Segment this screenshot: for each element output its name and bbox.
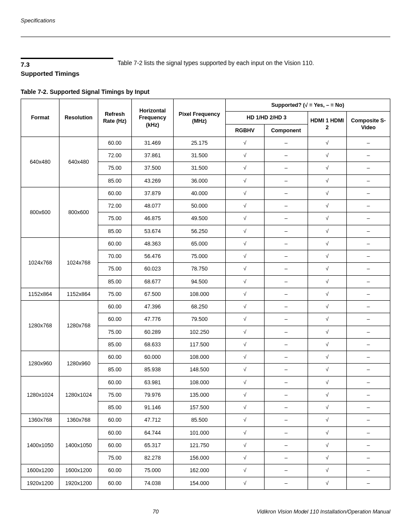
cell-composite: – [347,326,390,338]
cell-rgbhv: √ [225,137,264,149]
cell-composite: – [347,263,390,275]
cell-rgbhv: √ [225,414,264,426]
cell-refresh: 60.00 [98,137,132,149]
cell-rgbhv: √ [225,200,264,212]
cell-rgbhv: √ [225,326,264,338]
cell-rgbhv: √ [225,313,264,326]
cell-component: – [264,414,308,426]
cell-component: – [264,338,308,351]
cell-hfreq: 37.861 [132,149,174,162]
cell-hdmi: √ [308,137,346,149]
cell-hdmi: √ [308,477,346,489]
cell-composite: – [347,426,390,439]
table-row: 1360x7681360x76860.0047.71285.500√–√– [21,414,390,426]
cell-rgbhv: √ [225,301,264,313]
cell-hdmi: √ [308,212,346,225]
cell-component: – [264,439,308,451]
cell-hdmi: √ [308,225,346,237]
table-body: 640x480640x48060.0031.46925.175√–√–72.00… [21,137,390,489]
cell-hdmi: √ [308,464,346,477]
cell-composite: – [347,162,390,174]
cell-refresh: 60.00 [98,187,132,199]
cell-pfreq: 101.000 [173,426,225,439]
cell-rgbhv: √ [225,237,264,250]
cell-pfreq: 40.000 [173,187,225,199]
cell-hdmi: √ [308,174,346,187]
cell-pfreq: 36.000 [173,174,225,187]
cell-rgbhv: √ [225,288,264,300]
cell-rgbhv: √ [225,187,264,199]
cell-format: 1400x1050 [21,426,59,464]
cell-pfreq: 117.500 [173,338,225,351]
cell-refresh: 60.00 [98,464,132,477]
cell-resolution: 1360x768 [59,414,98,426]
cell-resolution: 800x600 [59,187,98,237]
cell-component: – [264,225,308,237]
cell-hfreq: 60.000 [132,351,174,364]
cell-resolution: 1152x864 [59,288,98,300]
th-hfreq: Horizontal Frequency (kHz) [132,99,174,137]
cell-hdmi: √ [308,389,346,401]
cell-format: 1360x768 [21,414,59,426]
cell-hfreq: 43.269 [132,174,174,187]
cell-hfreq: 46.875 [132,212,174,225]
cell-hdmi: √ [308,414,346,426]
cell-composite: – [347,477,390,489]
cell-refresh: 60.00 [98,351,132,364]
cell-format: 1920x1200 [21,477,59,489]
cell-refresh: 72.00 [98,149,132,162]
table-row: 1600x12001600x120060.0075.000162.000√–√– [21,464,390,477]
cell-rgbhv: √ [225,426,264,439]
cell-composite: – [347,376,390,389]
cell-rgbhv: √ [225,452,264,464]
cell-pfreq: 156.000 [173,452,225,464]
cell-pfreq: 94.500 [173,275,225,288]
cell-pfreq: 75.000 [173,250,225,263]
cell-component: – [264,263,308,275]
cell-composite: – [347,137,390,149]
cell-hfreq: 79.976 [132,389,174,401]
cell-refresh: 85.00 [98,174,132,187]
cell-pfreq: 162.000 [173,464,225,477]
cell-pfreq: 121.750 [173,439,225,451]
cell-component: – [264,464,308,477]
th-supported: Supported? (√ = Yes, – = No) [225,99,390,112]
cell-component: – [264,162,308,174]
cell-component: – [264,237,308,250]
cell-hfreq: 65.317 [132,439,174,451]
cell-composite: – [347,414,390,426]
cell-refresh: 85.00 [98,338,132,351]
cell-format: 1152x864 [21,288,59,300]
cell-component: – [264,426,308,439]
cell-format: 640x480 [21,137,59,187]
cell-refresh: 60.00 [98,426,132,439]
cell-rgbhv: √ [225,401,264,414]
cell-hfreq: 47.776 [132,313,174,326]
cell-component: – [264,187,308,199]
cell-hdmi: √ [308,250,346,263]
cell-hfreq: 47.396 [132,301,174,313]
cell-pfreq: 56.250 [173,225,225,237]
cell-component: – [264,301,308,313]
cell-rgbhv: √ [225,389,264,401]
cell-pfreq: 102.250 [173,326,225,338]
cell-rgbhv: √ [225,275,264,288]
cell-rgbhv: √ [225,364,264,376]
cell-composite: – [347,389,390,401]
cell-hfreq: 60.023 [132,263,174,275]
cell-pfreq: 108.000 [173,288,225,300]
table-row: 1152x8641152x86475.0067.500108.000√–√– [21,288,390,300]
cell-hdmi: √ [308,149,346,162]
cell-pfreq: 79.500 [173,313,225,326]
cell-hdmi: √ [308,338,346,351]
cell-composite: – [347,351,390,364]
cell-component: – [264,351,308,364]
cell-composite: – [347,200,390,212]
cell-hfreq: 85.938 [132,364,174,376]
cell-format: 1024x768 [21,237,59,288]
cell-component: – [264,174,308,187]
cell-pfreq: 65.000 [173,237,225,250]
table-row: 640x480640x48060.0031.46925.175√–√– [21,137,390,149]
cell-refresh: 75.00 [98,212,132,225]
cell-composite: – [347,225,390,237]
